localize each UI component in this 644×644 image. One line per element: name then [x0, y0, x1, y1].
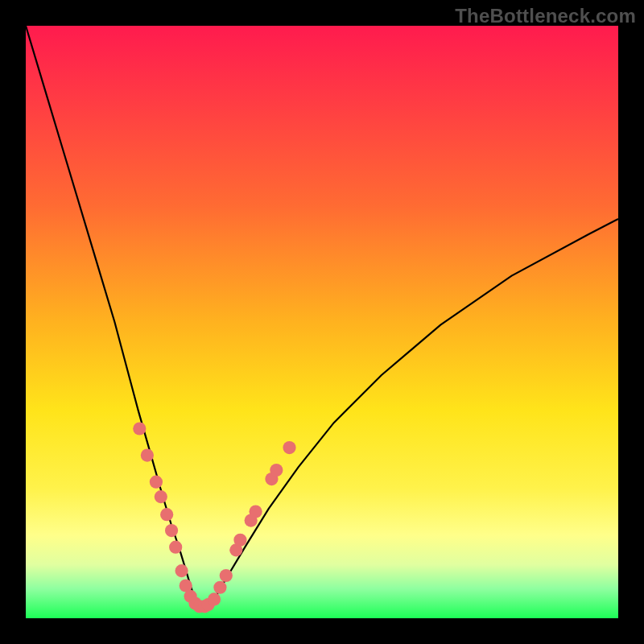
curve-marker: [249, 505, 262, 518]
curve-marker: [270, 464, 283, 477]
curve-marker: [233, 534, 246, 547]
curve-markers: [133, 422, 295, 613]
plot-area: [26, 26, 618, 618]
curve-marker: [155, 490, 167, 503]
curve-marker: [208, 592, 221, 605]
bottleneck-curve: [26, 26, 618, 606]
curve-marker: [220, 569, 233, 582]
curve-marker: [165, 524, 178, 537]
curve-marker: [283, 441, 295, 454]
curve-marker: [150, 476, 163, 489]
curve-marker: [160, 508, 173, 521]
curve-marker: [141, 449, 154, 462]
chart-frame: TheBottleneck.com: [0, 0, 644, 644]
curve-marker: [169, 541, 182, 554]
curve-marker: [213, 581, 226, 594]
curve-svg: [26, 26, 618, 618]
curve-marker: [133, 422, 146, 435]
watermark-text: TheBottleneck.com: [455, 5, 636, 27]
curve-marker: [175, 564, 188, 577]
